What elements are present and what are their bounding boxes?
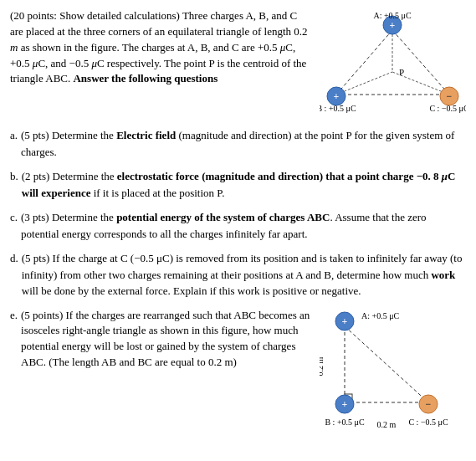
problem-points: (20 points: Show detailed calculations): [10, 9, 180, 22]
right-triangle-diagram: + + − A: +0.5 μC 0.2 m 0.2 m B : +0.5 μC…: [320, 308, 466, 433]
a-charge-label-bottom: A: +0.5 μC: [361, 311, 400, 320]
svg-line-14: [345, 326, 428, 402]
question-e-label: e.: [10, 308, 18, 371]
svg-text:−: −: [426, 398, 432, 410]
answer-directive: Answer the following questions: [73, 72, 218, 85]
question-d-points: (5 pts): [22, 252, 50, 264]
question-b-points: (2 pts): [22, 170, 50, 182]
svg-text:+: +: [342, 398, 348, 410]
diagram-bottom: + + − A: +0.5 μC 0.2 m 0.2 m B : +0.5 μC…: [320, 308, 466, 437]
svg-line-4: [336, 72, 392, 95]
svg-text:+: +: [342, 315, 348, 327]
svg-text:−: −: [447, 90, 453, 102]
diagram-top: + + − P A: +0.5 μC B : +0.5 μC C : −0.5 …: [320, 8, 466, 120]
bottom-label-bottom: 0.2 m: [377, 420, 397, 429]
problem-intro: (20 points: Show detailed calculations) …: [10, 9, 308, 85]
question-a-points: (5 pts): [21, 129, 49, 141]
question-c-points: (3 pts): [21, 211, 49, 223]
question-b-keyword: electrostatic force (magnitude and direc…: [22, 170, 456, 199]
question-a-keyword: Electric field: [116, 129, 176, 141]
equilateral-triangle-diagram: + + − P A: +0.5 μC B : +0.5 μC C : −0.5 …: [320, 8, 466, 117]
svg-text:+: +: [390, 19, 396, 31]
question-a: a. (5 pts) Determine the Electric field …: [10, 127, 466, 160]
question-c-label: c.: [10, 209, 18, 242]
problem-description: (20 points: Show detailed calculations) …: [10, 8, 311, 120]
question-b-body: (2 pts) Determine the electrostatic forc…: [22, 168, 466, 201]
svg-line-1: [392, 30, 449, 95]
question-d: d. (5 pts) If the charge at C (−0.5 μC) …: [10, 250, 466, 300]
question-d-keyword: work: [431, 269, 455, 281]
question-a-body: (5 pts) Determine the Electric field (ma…: [21, 127, 466, 160]
question-b-label: b.: [10, 168, 18, 201]
c-charge-label-bottom: C : −0.5 μC: [408, 417, 448, 427]
b-charge-label-bottom: B : +0.5 μC: [325, 417, 364, 427]
b-charge-label: B : +0.5 μC: [320, 104, 356, 113]
question-c-body: (3 pts) Determine the potential energy o…: [21, 209, 466, 242]
question-e: e. (5 points) If the charges are rearran…: [10, 308, 311, 437]
question-c-keyword: potential energy of the system of charge…: [116, 211, 330, 223]
p-label: P: [399, 67, 404, 77]
question-d-label: d.: [10, 250, 18, 300]
svg-line-0: [336, 30, 392, 95]
question-d-body: (5 pts) If the charge at C (−0.5 μC) is …: [22, 250, 466, 300]
question-e-points: (5 points): [21, 309, 63, 321]
side-label-bottom: 0.2 m: [320, 356, 325, 376]
question-b: b. (2 pts) Determine the electrostatic f…: [10, 168, 466, 201]
svg-text:+: +: [334, 90, 340, 102]
c-charge-label: C : −0.5 μC: [429, 104, 466, 113]
question-c: c. (3 pts) Determine the potential energ…: [10, 209, 466, 242]
question-a-label: a.: [10, 127, 18, 160]
a-charge-label: A: +0.5 μC: [373, 11, 412, 20]
question-e-body: (5 points) If the charges are rearranged…: [21, 308, 311, 371]
bottom-section: e. (5 points) If the charges are rearran…: [10, 308, 466, 437]
questions-list: a. (5 pts) Determine the Electric field …: [10, 127, 466, 300]
